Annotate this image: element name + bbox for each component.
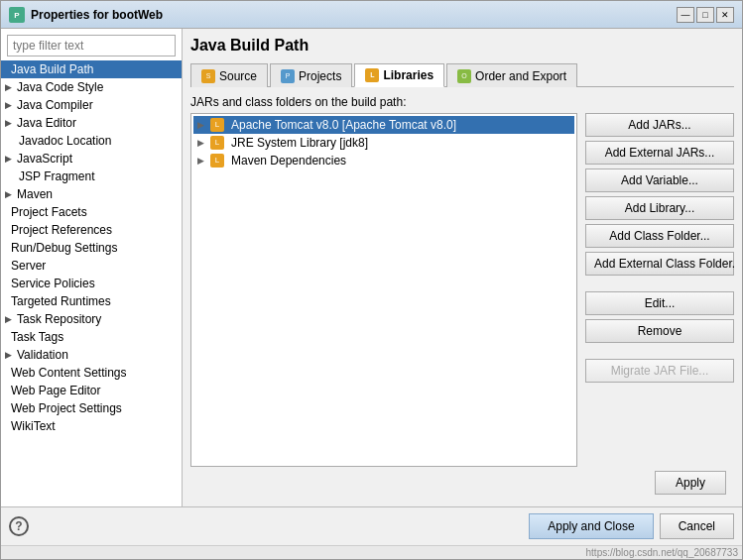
library-icon: L — [210, 118, 224, 132]
sidebar-item-label: Service Policies — [11, 277, 95, 290]
tab-projects[interactable]: PProjects — [270, 63, 352, 87]
sidebar-item-java-code-style[interactable]: ▶Java Code Style — [1, 78, 182, 96]
btn-add-variable-[interactable]: Add Variable... — [585, 168, 734, 192]
dialog-title: Properties for bootWeb — [31, 8, 671, 22]
jar-description: JARs and class folders on the build path… — [190, 95, 734, 109]
button-spacer — [585, 280, 734, 287]
projects-tab-icon: P — [281, 69, 295, 83]
tab-label: Libraries — [383, 68, 433, 82]
sidebar-item-java-editor[interactable]: ▶Java Editor — [1, 114, 182, 132]
tab-libraries[interactable]: LLibraries — [354, 63, 444, 87]
tab-label: Source — [219, 69, 257, 83]
btn-add-library-[interactable]: Add Library... — [585, 196, 734, 220]
dialog-icon: P — [9, 7, 25, 23]
expand-arrow-icon: ▶ — [5, 82, 12, 92]
sidebar-item-label: Web Page Editor — [11, 384, 101, 397]
sidebar-item-web-page-editor[interactable]: Web Page Editor — [1, 382, 182, 399]
sidebar-item-targeted-runtimes[interactable]: Targeted Runtimes — [1, 292, 182, 310]
jar-panel: ▶LApache Tomcat v8.0 [Apache Tomcat v8.0… — [190, 113, 577, 467]
tree-expand-icon: ▶ — [197, 138, 207, 148]
sidebar-item-wikitext[interactable]: WikiText — [1, 417, 182, 435]
order-tab-icon: O — [457, 69, 471, 83]
tab-source[interactable]: SSource — [190, 63, 268, 87]
button-spacer — [585, 347, 734, 355]
sidebar-item-web-content-settings[interactable]: Web Content Settings — [1, 364, 182, 382]
sidebar-item-label: Project Facets — [11, 205, 87, 219]
sidebar-item-label: Targeted Runtimes — [11, 294, 111, 308]
sidebar-item-label: Web Project Settings — [11, 401, 122, 415]
sidebar-item-server[interactable]: Server — [1, 257, 182, 275]
source-tab-icon: S — [201, 69, 215, 83]
tab-order-and-export[interactable]: OOrder and Export — [446, 63, 577, 87]
expand-arrow-icon: ▶ — [5, 314, 12, 324]
sidebar-item-label: Task Repository — [17, 312, 101, 326]
content-area: Java Build Path▶Java Code Style▶Java Com… — [1, 29, 742, 506]
sidebar-item-project-references[interactable]: Project References — [1, 221, 182, 239]
btn-add-external-jars-[interactable]: Add External JARs... — [585, 141, 734, 165]
sidebar-item-java-build-path[interactable]: Java Build Path — [1, 60, 182, 78]
expand-arrow-icon: ▶ — [5, 189, 12, 199]
tab-label: Order and Export — [475, 69, 566, 83]
maximize-button[interactable]: □ — [696, 7, 714, 23]
sidebar-item-label: Java Code Style — [17, 80, 103, 94]
bottom-bar: ? Apply and Close Cancel — [1, 506, 742, 545]
minimize-button[interactable]: — — [677, 7, 694, 23]
expand-arrow-icon: ▶ — [5, 154, 12, 164]
main-title: Java Build Path — [190, 37, 734, 55]
url-bar: https://blog.csdn.net/qq_20687733 — [1, 545, 742, 559]
libraries-tab-icon: L — [365, 68, 379, 82]
build-content: ▶LApache Tomcat v8.0 [Apache Tomcat v8.0… — [190, 113, 734, 467]
apply-bar: Apply — [190, 467, 734, 499]
expand-arrow-icon: ▶ — [5, 100, 12, 110]
sidebar-item-label: JavaScript — [17, 152, 72, 166]
sidebar-item-jsp-fragment[interactable]: JSP Fragment — [1, 168, 182, 185]
expand-arrow-icon: ▶ — [5, 118, 12, 128]
btn-edit-[interactable]: Edit... — [585, 291, 734, 315]
window-controls: — □ ✕ — [677, 7, 734, 23]
tree-item-label: JRE System Library [jdk8] — [231, 136, 368, 150]
sidebar-item-label: Run/Debug Settings — [11, 241, 117, 255]
sidebar: Java Build Path▶Java Code Style▶Java Com… — [1, 29, 183, 506]
btn-migrate-jar-file-: Migrate JAR File... — [585, 359, 734, 383]
sidebar-item-java-compiler[interactable]: ▶Java Compiler — [1, 96, 182, 114]
sidebar-item-javascript[interactable]: ▶JavaScript — [1, 150, 182, 168]
apply-close-button[interactable]: Apply and Close — [529, 513, 653, 539]
sidebar-item-label: Validation — [17, 348, 68, 362]
tree-item[interactable]: ▶LJRE System Library [jdk8] — [193, 134, 574, 152]
tree-expand-icon: ▶ — [197, 156, 207, 166]
sidebar-item-web-project-settings[interactable]: Web Project Settings — [1, 399, 182, 417]
cancel-button[interactable]: Cancel — [660, 513, 734, 539]
btn-add-jars-[interactable]: Add JARs... — [585, 113, 734, 137]
btn-add-external-class-folder-[interactable]: Add External Class Folder... — [585, 252, 734, 276]
sidebar-item-label: Javadoc Location — [19, 134, 111, 148]
sidebar-item-project-facets[interactable]: Project Facets — [1, 203, 182, 221]
btn-add-class-folder-[interactable]: Add Class Folder... — [585, 224, 734, 248]
sidebar-item-javadoc-location[interactable]: Javadoc Location — [1, 132, 182, 150]
sidebar-item-label: Project References — [11, 223, 112, 237]
tree-item[interactable]: ▶LMaven Dependencies — [193, 152, 574, 169]
sidebar-item-validation[interactable]: ▶Validation — [1, 346, 182, 364]
sidebar-item-task-tags[interactable]: Task Tags — [1, 328, 182, 346]
sidebar-item-label: Java Editor — [17, 116, 76, 130]
sidebar-item-label: JSP Fragment — [19, 169, 94, 183]
library-icon: L — [210, 154, 224, 168]
tabs-bar: SSourcePProjectsLLibrariesOOrder and Exp… — [190, 62, 734, 87]
btn-remove[interactable]: Remove — [585, 319, 734, 343]
sidebar-list: Java Build Path▶Java Code Style▶Java Com… — [1, 60, 182, 506]
sidebar-item-task-repository[interactable]: ▶Task Repository — [1, 310, 182, 328]
sidebar-item-label: WikiText — [11, 419, 56, 433]
apply-button[interactable]: Apply — [655, 471, 726, 495]
tree-item[interactable]: ▶LApache Tomcat v8.0 [Apache Tomcat v8.0… — [193, 116, 574, 134]
sidebar-item-service-policies[interactable]: Service Policies — [1, 275, 182, 292]
sidebar-item-label: Server — [11, 259, 46, 273]
sidebar-item-label: Maven — [17, 187, 53, 201]
filter-input[interactable] — [7, 35, 176, 56]
help-button[interactable]: ? — [9, 516, 29, 536]
sidebar-item-label: Task Tags — [11, 330, 63, 344]
tree-item-label: Maven Dependencies — [231, 154, 346, 168]
sidebar-item-label: Web Content Settings — [11, 366, 127, 380]
close-button[interactable]: ✕ — [716, 7, 734, 23]
sidebar-item-run/debug-settings[interactable]: Run/Debug Settings — [1, 239, 182, 257]
sidebar-item-maven[interactable]: ▶Maven — [1, 185, 182, 203]
main-area: Java Build Path SSourcePProjectsLLibrari… — [183, 29, 742, 506]
